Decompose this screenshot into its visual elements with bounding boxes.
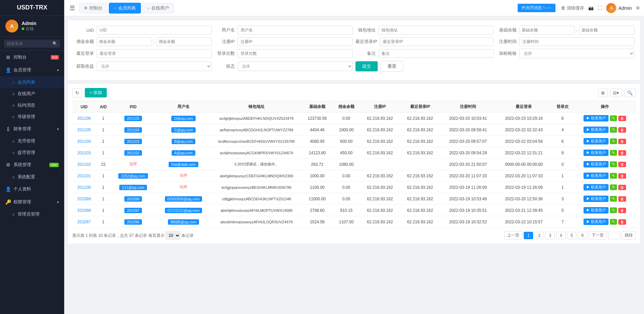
- page-1-button[interactable]: 1: [524, 232, 533, 239]
- tab-online-users[interactable]: ○ 在线用户: [142, 3, 174, 14]
- add-button[interactable]: + 添加: [85, 88, 107, 97]
- sidebar-item-permission[interactable]: 🔑 权限管理 ▾: [0, 196, 64, 208]
- delete-button[interactable]: 🗑: [618, 185, 626, 190]
- tab-member-list[interactable]: ○ 会员列表: [109, 3, 141, 14]
- cell-action: ▶ 联系用户 ✎ 🗑: [573, 147, 636, 159]
- sidebar-item-online-users[interactable]: ○ 在线用户: [0, 88, 64, 99]
- last-login-input[interactable]: [97, 49, 212, 58]
- menu-toggle-button[interactable]: ☰: [68, 3, 76, 13]
- delete-button[interactable]: 🗑: [618, 196, 626, 202]
- commission-max-input[interactable]: [156, 37, 212, 46]
- sidebar-item-level-management[interactable]: ○ 等级管理: [0, 111, 64, 122]
- profile-icon: 👤: [5, 186, 11, 192]
- edit-button[interactable]: ✎: [610, 207, 617, 213]
- tab-dashboard[interactable]: ⊞ 控制台: [79, 3, 107, 14]
- delete-button[interactable]: 🗑: [618, 219, 626, 225]
- next-page-button[interactable]: 下一页: [589, 231, 607, 240]
- contact-button[interactable]: ▶ 联系用户: [584, 219, 609, 225]
- col-action: 操作: [573, 101, 636, 113]
- contact-button[interactable]: ▶ 联系用户: [584, 196, 609, 202]
- edit-button[interactable]: ✎: [610, 196, 617, 202]
- delete-button[interactable]: 🗑: [618, 127, 626, 133]
- sidebar-item-member-list[interactable]: ○ 会员列表: [0, 76, 64, 88]
- commission-min-input[interactable]: [97, 37, 152, 46]
- cell-register-time: 2022-03-20 10:03:41: [440, 113, 496, 124]
- grid-view-button[interactable]: ⊟▾: [610, 89, 622, 97]
- delete-button[interactable]: 🗑: [618, 208, 626, 213]
- cell-pid: 201097: [110, 205, 155, 216]
- search-input[interactable]: [4, 40, 60, 48]
- submit-button[interactable]: 提交: [355, 61, 378, 71]
- sidebar-item-recharge[interactable]: ○ 充币管理: [0, 135, 64, 147]
- table-row: 201106 1 201105 D@qq.com acdghjklnopuzAB…: [72, 113, 636, 124]
- sidebar-search[interactable]: 🔍: [0, 37, 64, 51]
- fullscreen-button[interactable]: ⛶: [598, 5, 602, 10]
- sidebar-item-finance[interactable]: ₿ 财务管理 ▾: [0, 122, 64, 135]
- page-2-button[interactable]: 2: [535, 232, 544, 239]
- cell-last-login: 2022-03-22 03:04:56: [496, 136, 552, 147]
- settings-button[interactable]: ⚙: [636, 5, 640, 10]
- table-view-button[interactable]: ⊞: [598, 89, 608, 97]
- refresh-button[interactable]: ↻: [72, 88, 82, 97]
- cell-wallet: achjklnostuvwxyACGKMPRSVWY01234679: [211, 147, 302, 159]
- reset-button[interactable]: 重置: [380, 61, 403, 72]
- base-amount-min-input[interactable]: [519, 26, 575, 35]
- table-search-button[interactable]: 🔍: [624, 89, 636, 97]
- delete-button[interactable]: 🗑: [618, 139, 626, 144]
- sidebar-item-withdraw[interactable]: ○ 提币管理: [0, 147, 64, 158]
- contact-button[interactable]: ▶ 联系用户: [584, 173, 609, 179]
- login-count-input[interactable]: [238, 49, 353, 58]
- cell-uid: 201103: [72, 147, 96, 159]
- contact-button[interactable]: ▶ 联系用户: [584, 184, 609, 190]
- prev-page-button[interactable]: 上一页: [504, 231, 522, 240]
- contact-button[interactable]: ▶ 联系用户: [584, 150, 609, 156]
- remarks-input[interactable]: [378, 49, 494, 58]
- contact-button[interactable]: ▶ 联系用户: [584, 138, 609, 144]
- page-size-select[interactable]: 10 20 50: [166, 231, 180, 240]
- edit-button[interactable]: ✎: [610, 127, 617, 133]
- delete-button[interactable]: 🗑: [618, 173, 626, 179]
- status-select[interactable]: 选择: [238, 62, 353, 71]
- clear-cache-button[interactable]: 🗑 清除缓存: [561, 5, 584, 11]
- delete-button[interactable]: 🗑: [618, 116, 626, 121]
- last-login-ip-input[interactable]: [380, 37, 494, 46]
- page-6-button[interactable]: 6: [578, 232, 587, 239]
- contact-button[interactable]: ▶ 联系用户: [584, 161, 609, 167]
- base-amount-max-input[interactable]: [579, 26, 635, 35]
- edit-button[interactable]: ✎: [610, 161, 617, 167]
- edit-button[interactable]: ✎: [610, 150, 617, 156]
- sidebar-item-member-management[interactable]: 👤 会员管理 ▾: [0, 64, 64, 76]
- register-ip-input[interactable]: [238, 37, 353, 46]
- page-4-button[interactable]: 4: [556, 232, 566, 239]
- contact-button[interactable]: ▶ 联系用户: [584, 207, 609, 214]
- delete-button[interactable]: 🗑: [618, 150, 626, 156]
- page-5-button[interactable]: 5: [567, 232, 576, 239]
- sidebar-item-admin-management[interactable]: ○ 管理员管理: [0, 208, 64, 220]
- screenshot-button[interactable]: 📷: [588, 5, 594, 10]
- wallet-input[interactable]: [378, 26, 494, 35]
- register-time-input[interactable]: [519, 37, 635, 46]
- circle-icon: ○: [12, 175, 15, 180]
- jump-page-input[interactable]: [608, 232, 620, 239]
- earn-profit-select[interactable]: 选择: [97, 62, 212, 71]
- edit-button[interactable]: ✎: [610, 115, 617, 121]
- edit-button[interactable]: ✎: [610, 173, 617, 179]
- contact-button[interactable]: ▶ 联系用户: [584, 127, 609, 133]
- sidebar-item-site-messages[interactable]: ○ 站内消息: [0, 99, 64, 111]
- jump-button[interactable]: 跳转: [622, 231, 636, 240]
- username-input[interactable]: [238, 26, 353, 35]
- fan-verify-select[interactable]: 选择: [519, 49, 635, 58]
- uid-input[interactable]: [97, 26, 212, 35]
- delete-button[interactable]: 🗑: [618, 162, 626, 167]
- edit-button[interactable]: ✎: [610, 138, 617, 144]
- sidebar-item-system-config[interactable]: ○ 系统配置: [0, 171, 64, 183]
- sidebar-item-dashboard[interactable]: ⊞ 控制台 hot: [0, 51, 64, 64]
- edit-button[interactable]: ✎: [610, 184, 617, 190]
- sidebar-item-system[interactable]: ⚙ 系统管理 new: [0, 158, 64, 171]
- pagination-info: 显示第 1 到第 10 条记录，总共 57 条记录 每页显示 10 20 50 …: [72, 231, 504, 240]
- contact-button[interactable]: ▶ 联系用户: [584, 115, 609, 121]
- page-3-button[interactable]: 3: [545, 232, 555, 239]
- cell-username: C@qq.com: [156, 124, 211, 136]
- sidebar-item-profile[interactable]: 👤 个人资料: [0, 183, 64, 196]
- edit-button[interactable]: ✎: [610, 219, 617, 225]
